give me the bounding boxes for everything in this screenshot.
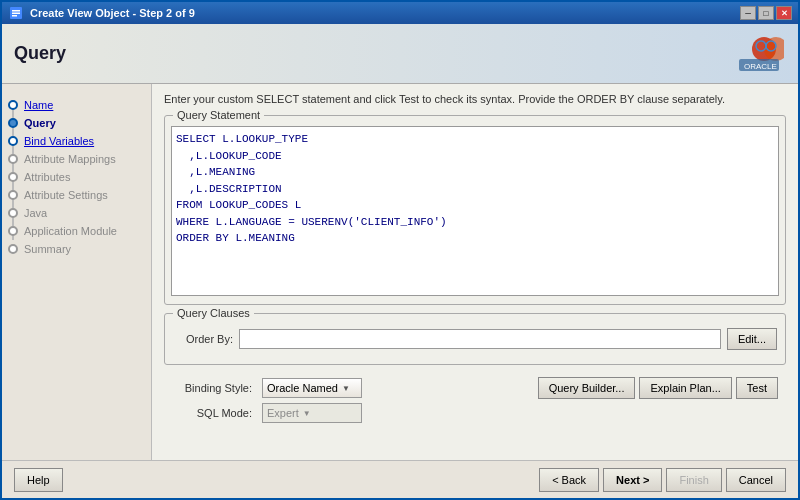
sidebar-item-bind-variables[interactable]: Bind Variables [2,132,151,150]
nav-dot-attr-settings [8,190,18,200]
sidebar-item-attr-mappings: Attribute Mappings [2,150,151,168]
nav-dot-attributes [8,172,18,182]
sidebar-label-name: Name [24,99,53,111]
nav-dot-name [8,100,18,110]
page-title: Query [14,43,66,64]
svg-rect-2 [12,13,20,15]
explain-plan-button[interactable]: Explain Plan... [639,377,731,399]
query-clauses-group: Query Clauses Order By: Edit... [164,313,786,365]
binding-style-select[interactable]: Oracle Named ▼ [262,378,362,398]
query-statement-group: Query Statement [164,115,786,305]
order-by-label: Order By: [173,333,233,345]
edit-button[interactable]: Edit... [727,328,777,350]
window-body: Query ORACLE [2,24,798,498]
sidebar-item-summary: Summary [2,240,151,258]
app-icon [8,5,24,21]
sidebar-label-summary: Summary [24,243,71,255]
sidebar-label-attributes: Attributes [24,171,70,183]
header-logo: ORACLE [706,29,786,79]
sidebar-nav: Name Query Bind Variables [2,92,151,258]
cancel-button[interactable]: Cancel [726,468,786,492]
sidebar-label-bind: Bind Variables [24,135,94,147]
title-bar: Create View Object - Step 2 of 9 ─ □ ✕ [2,2,798,24]
binding-style-label: Binding Style: [172,382,252,394]
sidebar-item-java: Java [2,204,151,222]
query-statement-title: Query Statement [173,109,264,121]
sidebar-label-query: Query [24,117,56,129]
svg-rect-3 [12,15,17,17]
order-by-row: Order By: Edit... [173,328,777,350]
order-by-input[interactable] [239,329,721,349]
window-controls: ─ □ ✕ [740,6,792,20]
sidebar-item-name[interactable]: Name [2,96,151,114]
binding-style-dropdown-arrow: ▼ [342,384,350,393]
title-bar-left: Create View Object - Step 2 of 9 [8,5,195,21]
svg-text:ORACLE: ORACLE [744,62,777,71]
sql-mode-value: Expert [267,407,299,419]
nav-dot-attr-mappings [8,154,18,164]
right-action-buttons: Query Builder... Explain Plan... Test [538,377,778,399]
description-text: Enter your custom SELECT statement and c… [164,92,786,107]
test-button[interactable]: Test [736,377,778,399]
oracle-logo-graphic: ORACLE [709,31,784,76]
query-clauses-title: Query Clauses [173,307,254,319]
binding-style-value: Oracle Named [267,382,338,394]
footer: Help < Back Next > Finish Cancel [2,460,798,498]
content-area: Name Query Bind Variables [2,84,798,460]
help-button[interactable]: Help [14,468,63,492]
sql-mode-label: SQL Mode: [172,407,252,419]
binding-style-row: Binding Style: Oracle Named ▼ Query Buil… [172,377,778,399]
next-button[interactable]: Next > [603,468,662,492]
sidebar: Name Query Bind Variables [2,84,152,460]
nav-dot-summary [8,244,18,254]
nav-dot-query [8,118,18,128]
sql-mode-row: SQL Mode: Expert ▼ [172,403,778,423]
sql-mode-dropdown-arrow: ▼ [303,409,311,418]
footer-right: < Back Next > Finish Cancel [539,468,786,492]
nav-dot-bind [8,136,18,146]
sql-mode-select[interactable]: Expert ▼ [262,403,362,423]
sidebar-label-attr-settings: Attribute Settings [24,189,108,201]
sidebar-label-java: Java [24,207,47,219]
main-panel: Enter your custom SELECT statement and c… [152,84,798,460]
header-area: Query ORACLE [2,24,798,84]
sidebar-item-attributes: Attributes [2,168,151,186]
maximize-button[interactable]: □ [758,6,774,20]
minimize-button[interactable]: ─ [740,6,756,20]
sidebar-item-app-module: Application Module [2,222,151,240]
finish-button[interactable]: Finish [666,468,721,492]
window-title: Create View Object - Step 2 of 9 [30,7,195,19]
sidebar-item-query: Query [2,114,151,132]
nav-dot-app-module [8,226,18,236]
footer-left: Help [14,468,63,492]
options-area: Binding Style: Oracle Named ▼ Query Buil… [164,373,786,431]
nav-dot-java [8,208,18,218]
back-button[interactable]: < Back [539,468,599,492]
sidebar-label-app-module: Application Module [24,225,117,237]
svg-rect-1 [12,10,20,12]
main-window: Create View Object - Step 2 of 9 ─ □ ✕ Q… [0,0,800,500]
sidebar-item-attr-settings: Attribute Settings [2,186,151,204]
query-builder-button[interactable]: Query Builder... [538,377,636,399]
query-textarea[interactable] [171,126,779,296]
sidebar-label-attr-mappings: Attribute Mappings [24,153,116,165]
close-button[interactable]: ✕ [776,6,792,20]
